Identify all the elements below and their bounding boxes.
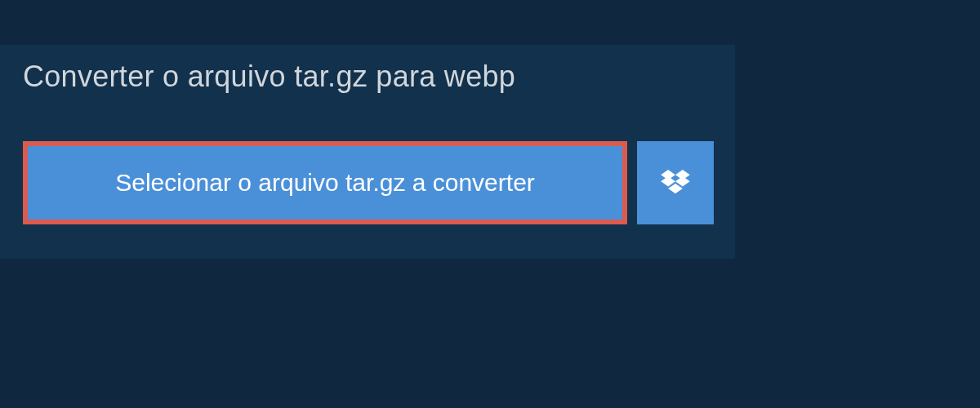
- dropbox-button[interactable]: [637, 141, 714, 224]
- title-section: Converter o arquivo tar.gz para webp: [0, 45, 564, 117]
- page-title: Converter o arquivo tar.gz para webp: [23, 60, 541, 94]
- select-file-button[interactable]: Selecionar o arquivo tar.gz a converter: [23, 141, 627, 224]
- button-area: Selecionar o arquivo tar.gz a converter: [0, 117, 735, 259]
- dropbox-icon: [661, 170, 690, 196]
- converter-panel: Converter o arquivo tar.gz para webp Sel…: [0, 45, 735, 259]
- select-file-label: Selecionar o arquivo tar.gz a converter: [115, 169, 535, 197]
